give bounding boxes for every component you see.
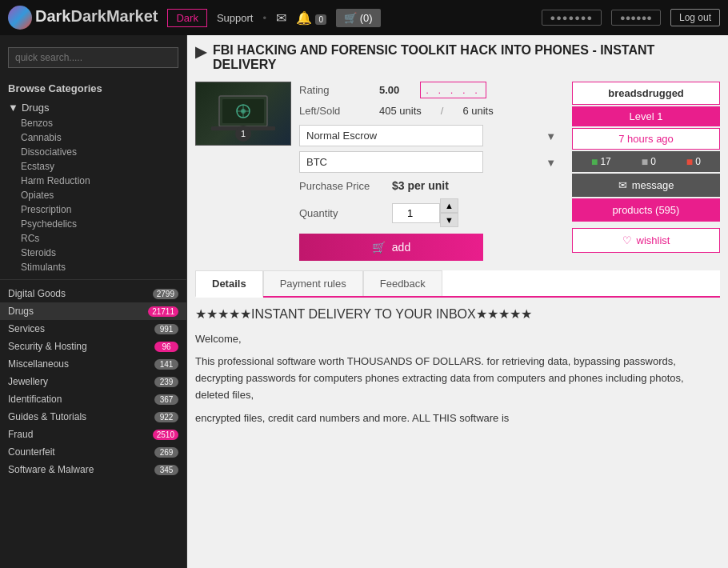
positive-count: 17 [600,156,610,167]
sidebar-item-software[interactable]: Software & Malware 345 [0,461,186,478]
escrow-chevron-icon: ▼ [546,130,556,142]
software-badge: 345 [154,465,178,475]
crypto-select-wrapper: BTC ▼ [299,151,562,173]
sidebar-item-guides[interactable]: Guides & Tutorials 922 [0,408,186,426]
message-button[interactable]: ✉ message [572,174,720,197]
wallet-button[interactable]: ●●●●●● [611,10,661,26]
product-number-badge: 1 [235,126,251,142]
seller-panel: breadsdrugged Level 1 7 hours ago ■ 17 ■… [572,82,720,261]
image-info-row: 1 Rating 5.00 . . . . . Left/Sold 405 un… [195,82,562,261]
nav-dot-1: • [262,12,266,24]
logo-dark: Dark [35,7,70,25]
opiates-item[interactable]: Opiates [0,188,186,202]
seller-name[interactable]: breadsdrugged [572,82,720,105]
sidebar-item-misc[interactable]: Miscellaneous 141 [0,355,186,373]
tab-feedback[interactable]: Feedback [363,270,442,296]
sidebar-item-drugs[interactable]: Drugs 21711 [0,302,186,320]
product-main-area: 1 Rating 5.00 . . . . . Left/Sold 405 un… [195,82,720,261]
dissociatives-item[interactable]: Dissociatives [0,145,186,159]
negative-count: 0 [695,156,701,167]
sidebar-item-counterfeit[interactable]: Counterfeit 269 [0,443,186,461]
sidebar-item-services[interactable]: Services 991 [0,320,186,338]
play-icon: ▶ [195,43,206,61]
security-label: Security & Hosting [8,341,87,352]
guides-badge: 922 [154,412,178,422]
add-to-cart-button[interactable]: 🛒 add [299,234,483,261]
rating-number: 5.00 [379,84,399,96]
rating-label: Rating [299,84,363,96]
product-description: ★★★★★INSTANT DELIVERY TO YOUR INBOX★★★★★… [195,304,720,427]
logo-icon [8,6,32,30]
sidebar-item-fraud[interactable]: Fraud 2510 [0,426,186,443]
digital-goods-label: Digital Goods [8,288,66,299]
dark-mode-button[interactable]: Dark [167,9,206,27]
wishlist-button[interactable]: ♡ wishlist [572,228,720,253]
logout-button[interactable]: Log out [670,9,720,26]
sidebar-item-security[interactable]: Security & Hosting 96 [0,338,186,355]
support-link[interactable]: Support [217,12,254,24]
escrow-select[interactable]: Normal Escrow [299,125,483,146]
tab-payment[interactable]: Payment rules [263,270,363,296]
top-navigation: DarkDarkMarket Dark Support • ✉ 🔔 0 🛒 (0… [0,0,728,35]
product-image: 1 [195,82,291,146]
neutral-icon: ■ [642,155,648,168]
quantity-up-button[interactable]: ▲ [440,198,458,213]
benzos-item[interactable]: Benzos [0,116,186,130]
drugs-category[interactable]: ▼ Drugs [0,99,186,116]
stimulants-item[interactable]: Stimulants [0,260,186,274]
tab-details[interactable]: Details [195,270,263,298]
price-value: $3 per unit [392,179,449,192]
sidebar-item-jewellery[interactable]: Jewellery 239 [0,373,186,390]
wishlist-wrapper: ♡ wishlist [572,228,720,253]
cannabis-item[interactable]: Cannabis [0,130,186,145]
guides-label: Guides & Tutorials [8,411,86,422]
rating-row: Rating 5.00 . . . . . [299,82,562,98]
description-body2: encrypted files, credit card numbers and… [195,410,720,427]
harm-reduction-item[interactable]: Harm Reduction [0,174,186,188]
products-button[interactable]: products (595) [572,198,720,222]
drugs-badge: 21711 [148,306,178,317]
description-welcome: Welcome, [195,331,720,348]
crypto-select[interactable]: BTC [299,151,483,173]
stock-row: Left/Sold 405 units / 6 units [299,105,562,117]
software-label: Software & Malware [8,464,94,475]
search-input[interactable] [8,47,178,68]
price-label: Purchase Price [299,180,379,192]
quantity-label: Quantity [299,207,379,219]
digital-goods-badge: 2799 [153,289,178,299]
counterfeit-label: Counterfeit [8,446,55,458]
identification-label: Identification [8,394,62,405]
search-box [8,47,178,68]
units-sold: 6 units [462,105,493,117]
message-icon: ✉ [618,179,627,191]
logo[interactable]: DarkDarkMarket [8,6,158,30]
ecstasy-item[interactable]: Ecstasy [0,159,186,174]
browse-categories-title: Browse Categories [0,76,186,99]
drugs-nav-label: Drugs [8,306,34,317]
sidebar-item-identification[interactable]: Identification 367 [0,390,186,408]
profile-button[interactable]: ●●●●●●● [542,10,602,26]
quantity-input[interactable] [392,203,440,223]
cart-button[interactable]: 🛒 (0) [336,9,381,27]
sidebar-item-digital-goods[interactable]: Digital Goods 2799 [0,285,186,302]
positive-stats: ■ 17 [591,155,611,168]
main-content: ▶ FBI HACKING AND FORENSIC TOOLKIT HACK … [187,35,728,568]
quantity-row: Quantity ▲ ▼ [299,198,562,227]
negative-icon: ■ [686,155,693,168]
security-badge: 96 [154,342,178,352]
add-label: add [392,241,410,254]
services-label: Services [8,323,45,334]
sidebar: Browse Categories ▼ Drugs Benzos Cannabi… [0,35,187,568]
counterfeit-badge: 269 [154,447,178,458]
price-row: Purchase Price $3 per unit [299,179,562,192]
steroids-item[interactable]: Steroids [0,246,186,260]
notifications-icon[interactable]: 🔔 0 [296,10,326,26]
fraud-label: Fraud [8,429,33,440]
rating-info-section: Rating 5.00 . . . . . Left/Sold 405 unit… [299,82,562,261]
messages-icon[interactable]: ✉ [276,10,286,26]
quantity-down-button[interactable]: ▼ [440,213,458,227]
prescription-item[interactable]: Prescription [0,202,186,217]
psychedelics-item[interactable]: Psychedelics [0,217,186,231]
stars-row: ★★★★★INSTANT DELIVERY TO YOUR INBOX★★★★★ [195,304,720,325]
rcs-item[interactable]: RCs [0,231,186,246]
